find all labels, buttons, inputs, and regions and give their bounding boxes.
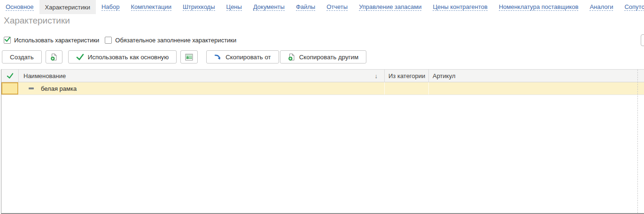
header-from-category-column[interactable]: Из категории [385, 70, 429, 82]
tab-komplektatsii[interactable]: Комплектации [125, 0, 177, 14]
tab-dokumenty[interactable]: Документы [248, 0, 290, 14]
page-title: Характеристики [4, 16, 70, 26]
green-checkmark-icon [76, 54, 84, 60]
checkbox-icon[interactable] [105, 37, 112, 44]
tab-otchety[interactable]: Отчеты [321, 0, 353, 14]
checkbox-icon[interactable] [4, 37, 11, 44]
create-by-copy-button[interactable] [46, 50, 62, 63]
form-tabbar: Основное Характеристики Набор Комплектац… [0, 0, 644, 14]
copy-from-label: Скопировать от [225, 54, 271, 61]
tab-analogi[interactable]: Аналоги [584, 0, 619, 14]
table-row[interactable]: белая рамка [1, 82, 644, 95]
dash-item-marker [29, 87, 34, 89]
tab-osnovnoe[interactable]: Основное [0, 0, 39, 14]
use-as-main-button[interactable]: Использовать как основную [68, 50, 177, 63]
create-button-label: Создать [10, 54, 34, 61]
table-header-row: Наименование ↓ Из категории Артикул [1, 70, 644, 82]
sort-descending-icon[interactable]: ↓ [375, 72, 378, 79]
document-plus-icon [50, 53, 58, 61]
row-name-text: белая рамка [41, 85, 77, 92]
table-list-icon [185, 54, 193, 61]
tab-shtrikhkody[interactable]: Штрихкоды [177, 0, 221, 14]
row-current-cell[interactable] [1, 82, 19, 95]
use-characteristics-label: Использовать характеристики [14, 37, 99, 44]
clipped-edge-button[interactable] [641, 34, 644, 46]
copy-to-others-button[interactable]: Скопировать другим [280, 50, 366, 63]
row-article-cell[interactable] [429, 82, 644, 95]
tab-nomenklatura-postavshchikov[interactable]: Номенклатура поставщиков [493, 0, 584, 14]
header-name-column[interactable]: Наименование ↓ [19, 70, 385, 82]
tab-soputstvuyushchie[interactable]: Сопутствующие то [619, 0, 644, 14]
required-fill-checkbox[interactable]: Обязательное заполнение характеристики [105, 37, 236, 44]
row-name-cell[interactable]: белая рамка [19, 82, 385, 95]
use-as-main-label: Использовать как основную [88, 54, 169, 61]
header-article-column[interactable]: Артикул [429, 70, 644, 82]
tab-tseny-kontragentov[interactable]: Цены контрагентов [427, 0, 493, 14]
blue-curved-arrow-icon [214, 54, 222, 61]
create-button[interactable]: Создать [2, 50, 42, 63]
use-characteristics-checkbox[interactable]: Использовать характеристики [4, 37, 99, 44]
green-checkmark-icon [4, 36, 10, 42]
required-fill-label: Обязательное заполнение характеристики [115, 37, 236, 44]
options-row: Использовать характеристики Обязательное… [4, 35, 236, 45]
header-check-column[interactable] [1, 70, 19, 82]
list-settings-button[interactable] [180, 50, 198, 63]
document-plus-icon [288, 53, 295, 61]
tab-tseny[interactable]: Цены [221, 0, 248, 14]
copy-from-button[interactable]: Скопировать от [206, 50, 279, 63]
row-from-category-cell[interactable] [385, 82, 429, 95]
tab-upravlenie-zapasami[interactable]: Управление запасами [353, 0, 427, 14]
copy-to-others-label: Скопировать другим [299, 54, 358, 61]
tab-kharakteristiki[interactable]: Характеристики [39, 0, 96, 14]
tab-faily[interactable]: Файлы [290, 0, 321, 14]
green-checkmark-icon [7, 73, 14, 79]
tab-nabor[interactable]: Набор [96, 0, 125, 14]
list-toolbar: Создать Использовать как основную [2, 50, 366, 63]
characteristics-table: Наименование ↓ Из категории Артикул бела… [1, 69, 644, 214]
